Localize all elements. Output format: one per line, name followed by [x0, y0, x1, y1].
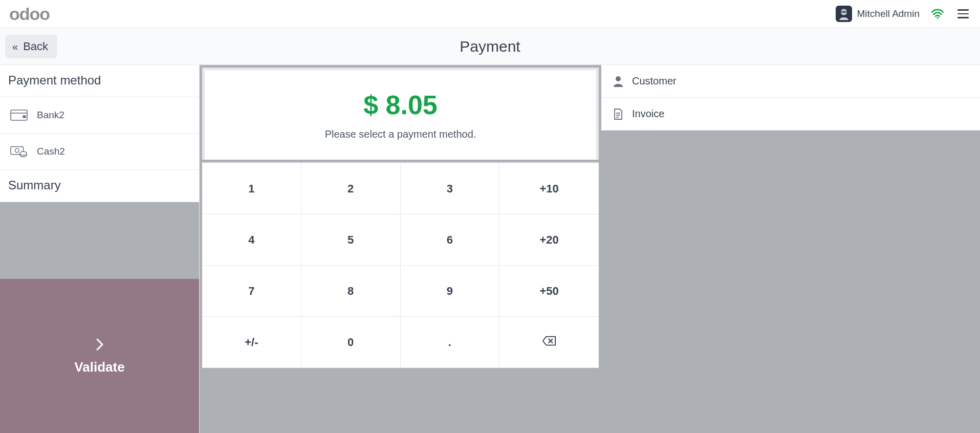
validate-label: Validate: [74, 359, 124, 375]
svg-point-12: [20, 151, 27, 156]
user-menu[interactable]: Mitchell Admin: [836, 6, 920, 22]
key-backspace[interactable]: [499, 317, 599, 368]
person-icon: [613, 76, 624, 87]
top-bar: odoo Mitchell Admin: [0, 0, 980, 28]
payment-method-label: Cash2: [37, 146, 65, 157]
amount-value: $ 8.05: [363, 90, 438, 120]
left-spacer: [0, 202, 199, 279]
payment-method-label: Bank2: [37, 110, 64, 121]
svg-point-5: [937, 17, 938, 19]
back-button-label: Back: [23, 40, 48, 53]
odoo-logo: odoo: [9, 4, 50, 24]
svg-point-10: [15, 148, 19, 153]
customer-label: Customer: [632, 75, 677, 87]
svg-point-15: [616, 76, 621, 81]
center-column: $ 8.05 Please select a payment method. 1…: [200, 65, 601, 433]
invoice-label: Invoice: [632, 108, 664, 120]
key-sign[interactable]: +/-: [202, 317, 301, 368]
topbar-right: Mitchell Admin: [836, 6, 971, 22]
wifi-icon[interactable]: [931, 8, 944, 19]
user-name-label: Mitchell Admin: [857, 8, 920, 19]
payment-method-header: Payment method: [0, 65, 199, 97]
key-9[interactable]: 9: [401, 266, 500, 317]
key-2[interactable]: 2: [301, 163, 401, 214]
key-6[interactable]: 6: [401, 214, 500, 266]
svg-point-4: [845, 11, 846, 12]
key-5[interactable]: 5: [301, 214, 401, 266]
numpad: 1 2 3 +10 4 5 6 +20 7 8 9 +50 +/- 0 .: [202, 162, 599, 368]
svg-point-3: [841, 11, 842, 12]
key-4[interactable]: 4: [202, 214, 301, 266]
svg-rect-8: [23, 116, 26, 118]
svg-rect-2: [840, 11, 846, 13]
back-button[interactable]: « Back: [5, 35, 57, 58]
key-plus10[interactable]: +10: [499, 163, 599, 214]
svg-rect-6: [11, 110, 27, 120]
right-spacer: [601, 131, 980, 433]
chevron-right-icon: [94, 337, 106, 355]
amount-panel: $ 8.05 Please select a payment method.: [202, 68, 599, 160]
key-0[interactable]: 0: [301, 317, 401, 368]
key-8[interactable]: 8: [301, 266, 401, 317]
key-dot[interactable]: .: [401, 317, 500, 368]
key-1[interactable]: 1: [202, 163, 301, 214]
cash-icon: [10, 145, 28, 158]
page-title: Payment: [460, 38, 520, 55]
menu-icon[interactable]: [955, 7, 971, 20]
key-plus20[interactable]: +20: [499, 214, 599, 266]
invoice-button[interactable]: Invoice: [601, 98, 980, 131]
main-area: Payment method Bank2 Cash2: [0, 65, 980, 433]
key-7[interactable]: 7: [202, 266, 301, 317]
chevron-left-icon: «: [12, 41, 18, 52]
amount-subtext: Please select a payment method.: [325, 128, 476, 140]
customer-button[interactable]: Customer: [601, 65, 980, 98]
document-icon: [613, 109, 624, 120]
left-column: Payment method Bank2 Cash2: [0, 65, 200, 433]
backspace-icon: [542, 335, 556, 350]
key-plus50[interactable]: +50: [499, 266, 599, 317]
title-bar: « Back Payment: [0, 28, 980, 65]
avatar-icon: [836, 6, 852, 22]
payment-method-cash[interactable]: Cash2: [0, 134, 199, 170]
key-3[interactable]: 3: [401, 163, 500, 214]
summary-header: Summary: [0, 170, 199, 202]
payment-method-bank[interactable]: Bank2: [0, 97, 199, 134]
card-icon: [10, 109, 28, 122]
right-column: Customer Invoice: [601, 65, 980, 433]
validate-button[interactable]: Validate: [0, 279, 199, 433]
